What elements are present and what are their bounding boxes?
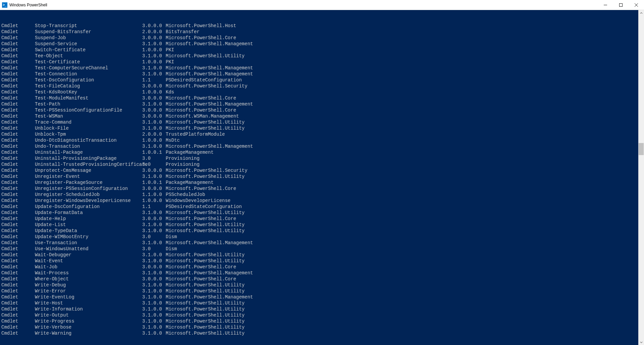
command-type: Cmdlet (1, 65, 35, 71)
command-version: 3.0.0.0 (142, 276, 166, 282)
command-name: Stop-Transcript (35, 23, 142, 29)
output-row: CmdletTest-ComputerSecureChannel3.1.0.0M… (1, 65, 643, 71)
command-source: Microsoft.PowerShell.Utility (166, 210, 643, 216)
titlebar[interactable]: >_ Windows PowerShell (0, 0, 644, 10)
command-name: Write-Information (35, 306, 142, 312)
command-source: Microsoft.PowerShell.Management (166, 294, 643, 300)
output-row: CmdletWait-Debugger3.1.0.0Microsoft.Powe… (1, 252, 643, 258)
command-source: Microsoft.PowerShell.Utility (166, 125, 643, 131)
command-source: Microsoft.PowerShell.Utility (166, 252, 643, 258)
powershell-icon: >_ (2, 2, 7, 8)
command-name: Test-WSMan (35, 113, 142, 119)
command-type: Cmdlet (1, 41, 35, 47)
command-version: 3.0 (142, 155, 166, 161)
command-type: Cmdlet (1, 71, 35, 77)
scroll-down-button[interactable] (638, 339, 644, 345)
command-version: 3.0.0.0 (142, 83, 166, 89)
command-name: Use-Transaction (35, 240, 142, 246)
command-name: Where-Object (35, 276, 142, 282)
command-type: Cmdlet (1, 101, 35, 107)
output-row: CmdletSuspend-Service3.1.0.0Microsoft.Po… (1, 41, 643, 47)
command-source: Microsoft.PowerShell.Utility (166, 330, 643, 336)
command-version: 3.0.0.0 (142, 23, 166, 29)
scroll-thumb[interactable] (639, 143, 644, 155)
command-source: Microsoft.PowerShell.Security (166, 83, 643, 89)
scroll-up-button[interactable] (638, 10, 644, 16)
minimize-button[interactable] (598, 0, 613, 10)
command-type: Cmdlet (1, 234, 35, 240)
command-version: 3.1.0.0 (142, 143, 166, 149)
command-version: 3.1.0.0 (142, 210, 166, 216)
output-row: CmdletUnregister-PSSessionConfiguration3… (1, 186, 643, 192)
command-version: 3.1.0.0 (142, 288, 166, 294)
terminal-area[interactable]: CmdletStop-Transcript3.0.0.0Microsoft.Po… (0, 10, 644, 345)
command-version: 3.0.0.0 (142, 216, 166, 222)
output-row: CmdletTest-ModuleManifest3.0.0.0Microsof… (1, 95, 643, 101)
command-source: Microsoft.PowerShell.Core (166, 186, 643, 192)
command-version: 1.0.0.0 (142, 137, 166, 143)
svg-rect-1 (620, 3, 623, 6)
output-row: CmdletUndo-DtcDiagnosticTransaction1.0.0… (1, 137, 643, 143)
output-row: CmdletWrite-EventLog3.1.0.0Microsoft.Pow… (1, 294, 643, 300)
command-source: PackageManagement (166, 180, 643, 186)
command-version: 3.1.0.0 (142, 65, 166, 71)
output-row: CmdletUninstall-TrustedProvisioningCerti… (1, 161, 643, 167)
command-type: Cmdlet (1, 23, 35, 29)
output-row: CmdletTest-DscConfiguration1.1PSDesiredS… (1, 77, 643, 83)
command-source: Microsoft.PowerShell.Core (166, 264, 643, 270)
command-version: 3.0.0.0 (142, 95, 166, 101)
command-source: Microsoft.PowerShell.Utility (166, 228, 643, 234)
maximize-button[interactable] (613, 0, 629, 10)
command-source: Microsoft.PowerShell.Management (166, 41, 643, 47)
command-version: 3.0 (142, 161, 166, 167)
output-row: CmdletUpdate-TypeData3.1.0.0Microsoft.Po… (1, 228, 643, 234)
command-version: 3.1.0.0 (142, 312, 166, 318)
command-source: Microsoft.PowerShell.Management (166, 65, 643, 71)
command-name: Trace-Command (35, 119, 142, 125)
output-row: CmdletSuspend-Job3.0.0.0Microsoft.PowerS… (1, 35, 643, 41)
command-source: Microsoft.PowerShell.Core (166, 216, 643, 222)
command-name: Unregister-PackageSource (35, 180, 142, 186)
close-button[interactable] (629, 0, 644, 10)
scroll-track[interactable] (638, 16, 644, 339)
command-type: Cmdlet (1, 330, 35, 336)
output-row: CmdletUnregister-WindowsDeveloperLicense… (1, 198, 643, 204)
output-row: CmdletWrite-Error3.1.0.0Microsoft.PowerS… (1, 288, 643, 294)
command-name: Write-Progress (35, 318, 142, 324)
command-source: Dism (166, 234, 643, 240)
command-source: Dism (166, 246, 643, 252)
command-version: 3.0.0.0 (142, 113, 166, 119)
output-row: CmdletUnblock-File3.1.0.0Microsoft.Power… (1, 125, 643, 131)
command-name: Test-KdsRootKey (35, 89, 142, 95)
command-name: Update-Help (35, 216, 142, 222)
command-version: 3.1.0.0 (142, 252, 166, 258)
command-name: Wait-Process (35, 270, 142, 276)
command-name: Wait-Debugger (35, 252, 142, 258)
command-type: Cmdlet (1, 149, 35, 155)
command-name: Test-DscConfiguration (35, 77, 142, 83)
output-row: CmdletWrite-Warning3.1.0.0Microsoft.Powe… (1, 330, 643, 336)
command-type: Cmdlet (1, 324, 35, 330)
output-row: CmdletUse-WindowsUnattend3.0Dism (1, 246, 643, 252)
output-row: CmdletWrite-Host3.1.0.0Microsoft.PowerSh… (1, 300, 643, 306)
command-type: Cmdlet (1, 276, 35, 282)
command-version: 1.0.0.0 (142, 89, 166, 95)
command-version: 3.1.0.0 (142, 300, 166, 306)
command-name: Write-Warning (35, 330, 142, 336)
command-type: Cmdlet (1, 95, 35, 101)
output-row: CmdletWhere-Object3.0.0.0Microsoft.Power… (1, 276, 643, 282)
command-source: Microsoft.PowerShell.Utility (166, 282, 643, 288)
command-version: 3.1.0.0 (142, 119, 166, 125)
command-name: Use-WindowsUnattend (35, 246, 142, 252)
command-name: Test-Certificate (35, 59, 142, 65)
output-row: CmdletTest-Path3.1.0.0Microsoft.PowerShe… (1, 101, 643, 107)
command-source: PKI (166, 59, 643, 65)
output-row: CmdletSuspend-BitsTransfer2.0.0.0BitsTra… (1, 29, 643, 35)
scrollbar[interactable] (638, 10, 644, 345)
command-source: Kds (166, 89, 643, 95)
command-version: 3.1.0.0 (142, 330, 166, 336)
command-type: Cmdlet (1, 137, 35, 143)
command-source: Microsoft.PowerShell.Utility (166, 288, 643, 294)
command-name: Unregister-PSSessionConfiguration (35, 186, 142, 192)
command-type: Cmdlet (1, 143, 35, 149)
